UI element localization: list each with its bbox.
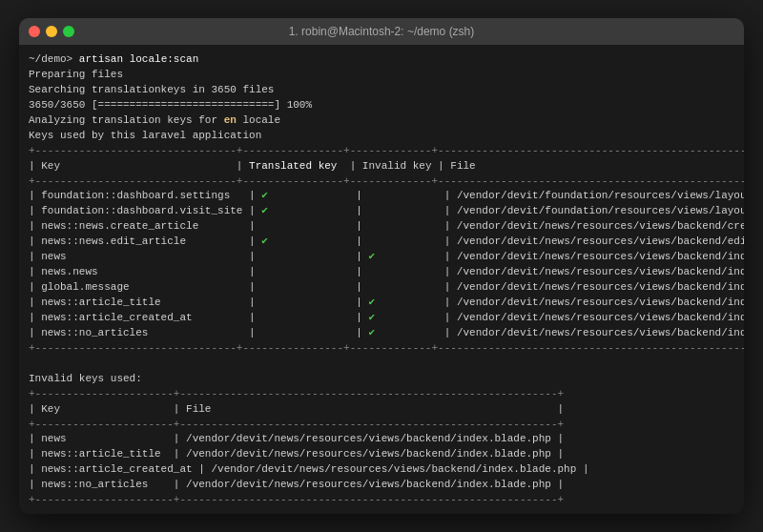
minimize-button[interactable] xyxy=(46,26,57,37)
table2-header: | Key | File | xyxy=(29,402,734,418)
terminal-window: 1. robin@Macintosh-2: ~/demo (zsh) ~/dem… xyxy=(19,18,744,514)
separator-1: +--------------------------------+------… xyxy=(29,144,734,159)
table2-row-1: | news | /vendor/devit/news/resources/vi… xyxy=(29,432,734,447)
table1-row-2: | foundation::dashboard.visit_site | ✔ |… xyxy=(29,204,734,219)
separator-4: +----------------------+----------------… xyxy=(29,387,734,402)
spacer-2 xyxy=(29,508,734,514)
window-title: 1. robin@Macintosh-2: ~/demo (zsh) xyxy=(289,25,475,38)
table1-row-7: | global.message | | | /vendor/devit/new… xyxy=(29,280,734,296)
invalid-keys-label: Invalid keys used: xyxy=(29,372,734,387)
output-keys-used: Keys used by this laravel application xyxy=(29,129,734,144)
title-bar: 1. robin@Macintosh-2: ~/demo (zsh) xyxy=(19,18,744,45)
terminal-body[interactable]: ~/demo> artisan locale:scan Preparing fi… xyxy=(19,45,744,514)
table1-row-4: | news::news.edit_article | ✔ | | /vendo… xyxy=(29,235,734,250)
output-analyzing: Analyzing translation keys for en locale xyxy=(29,113,734,129)
table1-row-6: | news.news | | | /vendor/devit/news/res… xyxy=(29,265,734,280)
separator-6: +----------------------+----------------… xyxy=(29,493,734,508)
table1-row-1: | foundation::dashboard.settings | ✔ | |… xyxy=(29,189,734,204)
table2-row-2: | news::article_title | /vendor/devit/ne… xyxy=(29,447,734,462)
maximize-button[interactable] xyxy=(63,26,74,37)
close-button[interactable] xyxy=(29,26,40,37)
table1-header: | Key | Translated key | Invalid key | F… xyxy=(29,159,734,174)
separator-5: +----------------------+----------------… xyxy=(29,418,734,433)
table2-row-3: | news::article_created_at | /vendor/dev… xyxy=(29,462,734,478)
separator-2: +--------------------------------+------… xyxy=(29,174,734,190)
output-searching: Searching translationkeys in 3650 files xyxy=(29,83,734,98)
table1-row-8: | news::article_title | | ✔ | /vendor/de… xyxy=(29,296,734,311)
prompt-line-1: ~/demo> artisan locale:scan xyxy=(29,52,734,68)
table1-row-9: | news::article_created_at | | ✔ | /vend… xyxy=(29,311,734,326)
traffic-lights xyxy=(29,26,74,37)
spacer-1 xyxy=(29,357,734,372)
output-preparing: Preparing files xyxy=(29,68,734,83)
table1-row-5: | news | | ✔ | /vendor/devit/news/resour… xyxy=(29,250,734,265)
table2-row-4: | news::no_articles | /vendor/devit/news… xyxy=(29,478,734,493)
output-progress: 3650/3650 [============================]… xyxy=(29,98,734,113)
table1-row-10: | news::no_articles | | ✔ | /vendor/devi… xyxy=(29,326,734,341)
table1-row-3: | news::news.create_article | | | /vendo… xyxy=(29,219,734,235)
separator-3: +--------------------------------+------… xyxy=(29,341,734,357)
